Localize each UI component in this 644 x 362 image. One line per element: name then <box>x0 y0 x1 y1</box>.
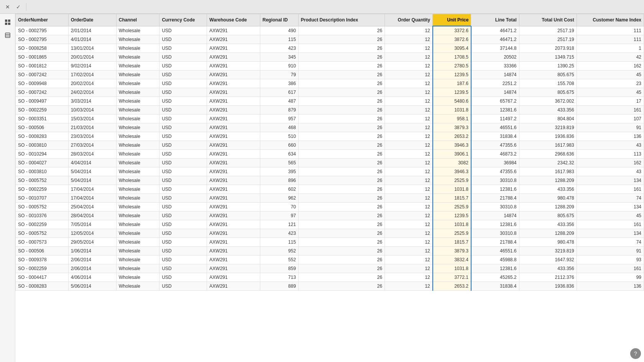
table-cell: 1617.983 <box>519 141 577 150</box>
table-row[interactable]: SO - 000724224/02/2014WholesaleUSDAXW291… <box>16 88 644 97</box>
table-cell: SO - 0007242 <box>16 88 69 97</box>
table-row[interactable]: SO - 00018129/02/2014WholesaleUSDAXW2919… <box>16 62 644 70</box>
check-icon[interactable]: ✓ <box>14 2 23 11</box>
table-cell: AXW291 <box>207 282 260 291</box>
table-cell: SO - 0008258 <box>16 44 69 53</box>
table-cell: 26 <box>298 88 384 97</box>
col-header-order-qty[interactable]: Order Quantity <box>385 14 433 26</box>
table-cell: SO - 0009378 <box>16 256 69 264</box>
table-cell: 805.675 <box>519 211 577 220</box>
table-cell: 134 <box>577 176 644 185</box>
table-cell: 12 <box>385 26 433 35</box>
table-cell: 2073.918 <box>519 44 577 53</box>
table-row[interactable]: SO - 00022597/05/2014WholesaleUSDAXW2911… <box>16 220 644 229</box>
table-cell: 26 <box>298 26 384 35</box>
table-cell: 3672.002 <box>519 97 577 106</box>
table-row[interactable]: SO - 00082835/06/2014WholesaleUSDAXW2918… <box>16 282 644 291</box>
table-row[interactable]: SO - 001037628/04/2014WholesaleUSDAXW291… <box>16 211 644 220</box>
table-cell: 3372.6 <box>433 26 471 35</box>
table-row[interactable]: SO - 000225917/04/2014WholesaleUSDAXW291… <box>16 185 644 194</box>
table-row[interactable]: SO - 00057525/04/2014WholesaleUSDAXW2918… <box>16 176 644 185</box>
col-header-order-number[interactable]: OrderNumber <box>16 14 69 26</box>
table-cell: 2342.32 <box>519 159 577 167</box>
col-header-line-total[interactable]: Line Total <box>471 14 519 26</box>
grid-icon[interactable] <box>2 17 13 28</box>
table-cell: 12 <box>385 282 433 291</box>
table-cell: 12 <box>385 256 433 264</box>
table-cell: AXW291 <box>207 79 260 88</box>
table-row[interactable]: SO - 000828323/03/2014WholesaleUSDAXW291… <box>16 132 644 141</box>
data-table-container[interactable]: OrderNumber OrderDate Channel Currency C… <box>15 14 644 362</box>
table-row[interactable]: SO - 000381027/03/2014WholesaleUSDAXW291… <box>16 141 644 150</box>
table-cell: 33366 <box>471 62 519 70</box>
table-cell: Wholesale <box>116 123 159 132</box>
table-cell: 423 <box>260 44 298 53</box>
col-header-customer[interactable]: Customer Name Index <box>577 14 644 26</box>
table-cell: 12 <box>385 97 433 106</box>
table-cell: 1288.209 <box>519 203 577 211</box>
table-row[interactable]: SO - 001070717/04/2014WholesaleUSDAXW291… <box>16 194 644 203</box>
table-cell: 433.356 <box>519 220 577 229</box>
table-cell: USD <box>159 229 207 238</box>
table-cell: SO - 0002795 <box>16 26 69 35</box>
table-cell: 26 <box>298 70 384 79</box>
col-header-order-date[interactable]: OrderDate <box>68 14 116 26</box>
table-row[interactable]: SO - 000724217/02/2014WholesaleUSDAXW291… <box>16 70 644 79</box>
table-row[interactable]: SO - 000225910/03/2014WholesaleUSDAXW291… <box>16 106 644 115</box>
table-cell: SO - 0003810 <box>16 167 69 176</box>
table-row[interactable]: SO - 0005061/06/2014WholesaleUSDAXW29195… <box>16 247 644 256</box>
table-cell: USD <box>159 220 207 229</box>
table-row[interactable]: SO - 000575225/04/2014WholesaleUSDAXW291… <box>16 203 644 211</box>
table-cell: 1288.209 <box>519 229 577 238</box>
table-row[interactable]: SO - 001029428/03/2014WholesaleUSDAXW291… <box>16 150 644 159</box>
table-cell: AXW291 <box>207 229 260 238</box>
table-row[interactable]: SO - 00094973/03/2014WholesaleUSDAXW2914… <box>16 97 644 106</box>
table-cell: 1617.983 <box>519 167 577 176</box>
table-header-row: OrderNumber OrderDate Channel Currency C… <box>16 14 644 26</box>
table-row[interactable]: SO - 00093782/06/2014WholesaleUSDAXW2915… <box>16 256 644 264</box>
col-header-total-unit-cost[interactable]: Total Unit Cost <box>519 14 577 26</box>
close-icon[interactable]: ✕ <box>3 2 12 11</box>
table-cell: 30310.8 <box>471 229 519 238</box>
col-header-warehouse[interactable]: Warehouse Code <box>207 14 260 26</box>
table-cell: 2517.19 <box>519 26 577 35</box>
content-area: OrderNumber OrderDate Channel Currency C… <box>0 14 644 362</box>
table-cell: 136 <box>577 132 644 141</box>
table-cell: USD <box>159 256 207 264</box>
table-row[interactable]: SO - 000186520/01/2014WholesaleUSDAXW291… <box>16 53 644 62</box>
col-header-currency[interactable]: Currency Code <box>159 14 207 26</box>
table-row[interactable]: SO - 00027952/01/2014WholesaleUSDAXW2914… <box>16 26 644 35</box>
table-row[interactable]: SO - 00044174/06/2014WholesaleUSDAXW2917… <box>16 273 644 282</box>
table-row[interactable]: SO - 00027954/01/2014WholesaleUSDAXW2911… <box>16 35 644 44</box>
table-row[interactable]: SO - 00050621/03/2014WholesaleUSDAXW2914… <box>16 123 644 132</box>
table-cell: 1031.8 <box>433 220 471 229</box>
table-cell: 93 <box>577 256 644 264</box>
table-cell: 3832.4 <box>433 256 471 264</box>
table-row[interactable]: SO - 000994820/02/2014WholesaleUSDAXW291… <box>16 79 644 88</box>
table-row[interactable]: SO - 00038105/04/2014WholesaleUSDAXW2913… <box>16 167 644 176</box>
table-row[interactable]: SO - 000335115/03/2014WholesaleUSDAXW291… <box>16 115 644 123</box>
col-header-unit-price[interactable]: Unit Price <box>433 14 471 26</box>
table-cell: 468 <box>260 123 298 132</box>
table-cell: 25/04/2014 <box>68 203 116 211</box>
col-header-regional[interactable]: Regional ID <box>260 14 298 26</box>
table-row[interactable]: SO - 000757329/05/2014WholesaleUSDAXW291… <box>16 238 644 247</box>
table-cell: Wholesale <box>116 35 159 44</box>
table-row[interactable]: SO - 00040274/04/2014WholesaleUSDAXW2915… <box>16 159 644 167</box>
table-row[interactable]: SO - 00022592/06/2014WholesaleUSDAXW2918… <box>16 264 644 273</box>
col-header-product[interactable]: Product Description Index <box>298 14 384 26</box>
layers-icon[interactable] <box>2 30 13 41</box>
table-cell: 7/05/2014 <box>68 220 116 229</box>
table-cell: 14874 <box>471 70 519 79</box>
col-header-channel[interactable]: Channel <box>116 14 159 26</box>
table-cell: USD <box>159 159 207 167</box>
table-cell: 26 <box>298 256 384 264</box>
table-cell: AXW291 <box>207 247 260 256</box>
table-cell: 43 <box>577 167 644 176</box>
table-cell: 3095.4 <box>433 44 471 53</box>
table-row[interactable]: SO - 000825813/01/2014WholesaleUSDAXW291… <box>16 44 644 53</box>
table-cell: Wholesale <box>116 70 159 79</box>
table-cell: 26 <box>298 238 384 247</box>
table-row[interactable]: SO - 000575212/05/2014WholesaleUSDAXW291… <box>16 229 644 238</box>
help-icon[interactable]: ? <box>630 348 641 359</box>
